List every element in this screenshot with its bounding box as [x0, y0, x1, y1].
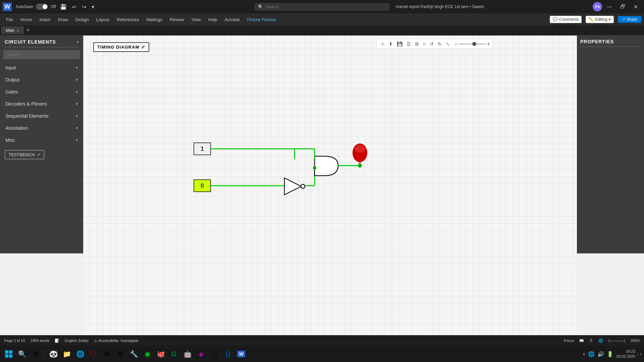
menu-picture-format[interactable]: Picture Format	[244, 16, 279, 23]
redo-icon[interactable]: ↪	[80, 3, 88, 11]
panel-item-annotation[interactable]: Annotation ▾	[0, 122, 83, 134]
canvas-area[interactable]: TIMING DIAGRAM ⤢ ⊹ ⬆ 💾 ☰ ⊞ ⁝⁝ ↺ ↻ ⤡ – +	[83, 36, 577, 335]
undo-icon[interactable]: ↩	[71, 3, 78, 11]
focus-button[interactable]: Focus	[564, 339, 574, 343]
profile-button[interactable]: PS	[593, 2, 602, 11]
language[interactable]: English (India)	[65, 339, 88, 343]
select-icon[interactable]: ⊹	[379, 41, 386, 47]
taskbar-right: ∧ 🌐 🔊 🔋 19:23 23-02-2025 ▪	[583, 349, 641, 359]
minimize-button[interactable]: —	[603, 2, 615, 11]
menu-home[interactable]: Home	[17, 16, 36, 23]
zoom-out-button[interactable]: –	[454, 41, 458, 47]
menu-design[interactable]: Design	[72, 16, 92, 23]
close-button[interactable]: ✕	[630, 2, 641, 11]
taskbar-vscode[interactable]: ⟨⟩	[222, 348, 234, 360]
menu-file[interactable]: File	[3, 16, 16, 23]
read-mode-icon[interactable]: 📖	[579, 339, 584, 343]
start-button[interactable]	[3, 348, 15, 360]
chevron-annotation-icon: ▾	[76, 126, 78, 130]
editing-button[interactable]: ✏️ Editing ▾	[586, 16, 614, 23]
save-canvas-icon[interactable]: 💾	[395, 41, 404, 47]
restore-button[interactable]: 🗗	[617, 2, 629, 11]
list-icon[interactable]: ☰	[405, 41, 412, 47]
panel-item-decoders[interactable]: Decoders & Plexers ▾	[0, 98, 83, 110]
taskbar-app2[interactable]: 🔧	[128, 348, 140, 360]
battery-icon[interactable]: 🔋	[607, 351, 613, 357]
accessibility[interactable]: ⚠ Accessibility: Investigate	[94, 339, 139, 343]
menu-insert[interactable]: Insert	[36, 16, 54, 23]
circuit-search-input[interactable]	[3, 50, 80, 59]
comments-icon: 💬	[553, 17, 558, 22]
taskbar-word[interactable]: W	[235, 348, 247, 360]
search-taskbar-button[interactable]: 🔍	[16, 348, 28, 360]
save-icon[interactable]: 💾	[59, 3, 68, 11]
taskbar-edge[interactable]: 🌐	[74, 348, 86, 360]
track-changes-icon[interactable]: 📝	[55, 339, 59, 343]
autosave-toggle[interactable]	[36, 4, 48, 10]
menu-view[interactable]: View	[188, 16, 204, 23]
menu-layout[interactable]: Layout	[93, 16, 113, 23]
testbench-button[interactable]: TESTBENCH ⤢	[5, 150, 44, 159]
panel-item-input[interactable]: Input ▾	[0, 62, 83, 74]
search-input[interactable]	[265, 4, 379, 9]
network-icon[interactable]: 🌐	[588, 351, 595, 357]
taskview-button[interactable]: ⧉	[30, 348, 42, 360]
taskbar-app4[interactable]: G	[168, 348, 180, 360]
taskbar-app5[interactable]: ◈	[195, 348, 207, 360]
move-icon[interactable]: ⬆	[387, 41, 394, 47]
chevron-gates-icon: ▾	[76, 89, 78, 94]
taskbar-store[interactable]: 🛍	[101, 348, 113, 360]
taskbar-firefox[interactable]: 🐼	[47, 348, 59, 360]
zoom-slider[interactable]	[459, 43, 486, 45]
panel-title: CIRCUIT ELEMENTS	[5, 39, 56, 45]
web-layout-icon[interactable]: 🌐	[598, 339, 603, 343]
clock-area[interactable]: 19:23 23-02-2025	[616, 349, 635, 359]
panel-item-output[interactable]: Output ▾	[0, 74, 83, 86]
panel-item-misc[interactable]: Misc ▾	[0, 134, 83, 146]
taskbar-app1[interactable]: ⚙	[114, 348, 126, 360]
zoom-in-button[interactable]: +	[487, 41, 490, 47]
taskbar-app3[interactable]: ◉	[141, 348, 153, 360]
menu-help[interactable]: Help	[205, 16, 221, 23]
taskbar-vpn[interactable]: 🛡	[88, 348, 100, 360]
panel-header: CIRCUIT ELEMENTS ▪	[0, 36, 83, 47]
show-hidden-icons[interactable]: ∧	[583, 352, 585, 356]
grid-icon[interactable]: ⊞	[414, 41, 420, 47]
circuit-diagram[interactable]: 1 0	[191, 119, 398, 213]
menu-references[interactable]: References	[113, 16, 142, 23]
tab-main[interactable]: Main ✕	[1, 26, 23, 34]
zoom-percentage[interactable]: 260%	[631, 339, 640, 343]
quick-access-icon[interactable]: ▾	[90, 3, 96, 11]
dots-icon[interactable]: ⁝⁝	[422, 41, 427, 47]
timing-diagram-button[interactable]: TIMING DIAGRAM ⤢	[93, 42, 149, 52]
menu-draw[interactable]: Draw	[54, 16, 71, 23]
tab-add-button[interactable]: +	[24, 27, 32, 34]
show-desktop-button[interactable]: ▪	[638, 352, 641, 356]
canvas-toolbar: ⊹ ⬆ 💾 ☰ ⊞ ⁝⁝ ↺ ↻ ⤡ – +	[376, 39, 493, 49]
tab-close-icon[interactable]: ✕	[16, 29, 19, 33]
svg-point-18	[358, 164, 362, 168]
panel-close-icon[interactable]: ▪	[76, 39, 78, 45]
menu-mailings[interactable]: Mailings	[143, 16, 166, 23]
taskbar: 🔍 ⧉ 🐼 📁 🌐 🛡 🛍 ⚙ 🔧 ◉ 🐙 G 🤖 ◈ ⬡ ⟨⟩ W ∧ 🌐 🔊…	[0, 346, 644, 362]
word-app-icon: W	[3, 3, 12, 11]
clock-date: 23-02-2025	[616, 354, 635, 359]
taskbar-github[interactable]: 🐙	[155, 348, 167, 360]
taskbar-openai[interactable]: ⬡	[208, 348, 220, 360]
menu-acrobat[interactable]: Acrobat	[221, 16, 243, 23]
fullscreen-icon[interactable]: ⤡	[444, 41, 451, 47]
redo-canvas-icon[interactable]: ↻	[436, 41, 443, 47]
zoom-thumb	[472, 42, 476, 46]
taskbar-ai[interactable]: 🤖	[181, 348, 194, 360]
panel-item-sequential[interactable]: Sequential Elements ▾	[0, 110, 83, 122]
search-panel	[3, 50, 80, 59]
share-button[interactable]: ↗ Share	[618, 16, 641, 23]
comments-button[interactable]: 💬 Comments	[550, 16, 582, 23]
svg-point-16	[355, 145, 365, 153]
menu-review[interactable]: Review	[166, 16, 187, 23]
print-layout-icon[interactable]: 🗒	[589, 339, 593, 343]
undo-canvas-icon[interactable]: ↺	[428, 41, 435, 47]
taskbar-file-explorer[interactable]: 📁	[61, 348, 73, 360]
panel-item-gates[interactable]: Gates ▾	[0, 86, 83, 98]
volume-icon[interactable]: 🔊	[597, 351, 604, 357]
